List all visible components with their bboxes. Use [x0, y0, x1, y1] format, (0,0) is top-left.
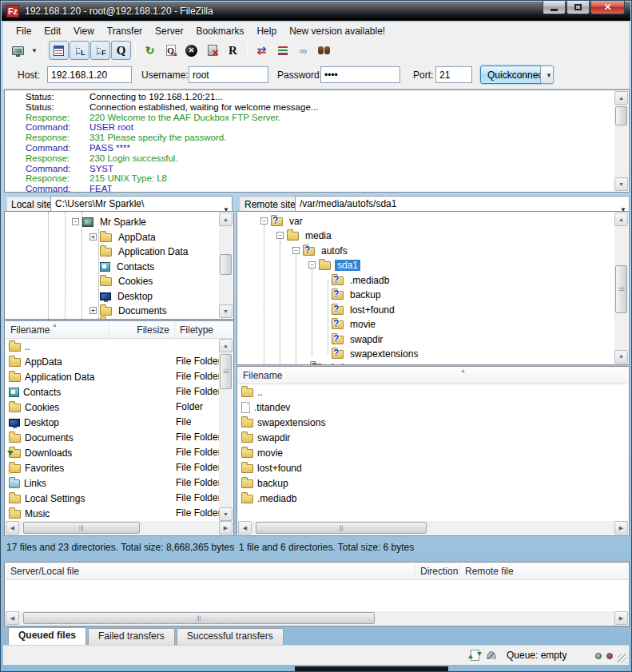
- file-row[interactable]: ..: [238, 384, 263, 400]
- username-input[interactable]: [189, 66, 268, 83]
- local-file-list-pane[interactable]: Filename ▲ Filesize Filetype .. AppDataF…: [4, 320, 234, 536]
- scroll-up-icon[interactable]: ▲: [219, 213, 233, 226]
- tree-item-swapdir[interactable]: swapdir: [238, 332, 385, 347]
- file-row[interactable]: swapextensions: [238, 415, 325, 430]
- tab-failed-transfers[interactable]: Failed transfers: [88, 628, 175, 645]
- scroll-thumb[interactable]: [220, 254, 232, 275]
- speed-limits-icon[interactable]: [487, 651, 496, 659]
- tree-item-var[interactable]: - var: [238, 213, 305, 229]
- host-input[interactable]: [47, 66, 132, 83]
- tree-item-sda1[interactable]: - sda1: [238, 257, 360, 272]
- tree-item-application-data[interactable]: Application Data: [6, 244, 190, 259]
- scroll-thumb[interactable]: [220, 354, 232, 389]
- tree-expander[interactable]: +: [89, 307, 97, 314]
- tree-item-media[interactable]: - media: [238, 228, 334, 243]
- column-filename[interactable]: Filename: [6, 322, 109, 338]
- tree-item-autofs[interactable]: - autofs: [238, 243, 350, 258]
- filename-filters-button[interactable]: [272, 41, 292, 60]
- menu-transfer[interactable]: Transfer: [101, 24, 149, 38]
- quickconnect-dropdown[interactable]: ▼: [540, 66, 554, 84]
- scroll-up-icon[interactable]: ▲: [614, 91, 628, 105]
- local-tree-pane[interactable]: - Mr Sparkle + AppData Application Data …: [4, 211, 234, 320]
- scroll-left-icon[interactable]: ◀: [6, 611, 19, 625]
- remote-tree-pane[interactable]: - var - media - autofs - sda1 .mediadb b…: [237, 211, 630, 365]
- tab-queued-files[interactable]: Queued files: [8, 627, 86, 645]
- tree-expander[interactable]: -: [72, 218, 79, 225]
- tree-item-dvd[interactable]: dvd: [238, 360, 346, 365]
- local-list-hscrollbar[interactable]: ◀ ▶: [6, 521, 233, 535]
- minimize-button[interactable]: [543, 1, 566, 14]
- menu-server[interactable]: Server: [149, 24, 189, 38]
- scroll-down-icon[interactable]: ▼: [614, 350, 628, 364]
- find-files-button[interactable]: [314, 41, 334, 60]
- scroll-thumb[interactable]: [615, 106, 627, 125]
- directory-comparison-button[interactable]: ⇄: [252, 41, 272, 60]
- tree-item-downloads[interactable]: + Downloads: [6, 315, 168, 320]
- file-row[interactable]: movie: [238, 445, 283, 460]
- scroll-thumb[interactable]: [256, 522, 427, 534]
- column-direction[interactable]: Direction: [415, 563, 460, 579]
- file-row[interactable]: .mediadb: [238, 491, 296, 506]
- menu-file[interactable]: File: [10, 24, 38, 38]
- transfer-type-icon[interactable]: [471, 650, 479, 661]
- refresh-button[interactable]: ↻: [140, 41, 160, 60]
- local-list-vscrollbar[interactable]: ▲ ▼: [219, 339, 233, 521]
- tree-item-lost-found[interactable]: lost+found: [238, 302, 397, 317]
- column-filesize[interactable]: Filesize: [109, 322, 175, 338]
- file-row[interactable]: Application DataFile Folder: [6, 369, 94, 384]
- scroll-down-icon[interactable]: ▼: [614, 177, 628, 191]
- transfer-queue-pane[interactable]: Server/Local file Direction Remote file …: [4, 562, 630, 626]
- tree-expander[interactable]: -: [260, 217, 268, 225]
- site-manager-button[interactable]: [8, 41, 28, 60]
- local-tree-vscrollbar[interactable]: ▲ ▼: [219, 213, 233, 318]
- tree-item-contacts[interactable]: Contacts: [6, 259, 157, 274]
- toggle-queue-button[interactable]: Q: [111, 41, 131, 60]
- file-row[interactable]: ..: [6, 339, 30, 354]
- titlebar[interactable]: Fz 192.168.1.20 - root@192.168.1.20 - Fi…: [2, 2, 630, 21]
- menu-bookmarks[interactable]: Bookmarks: [189, 24, 250, 38]
- tree-item-mr-sparkle[interactable]: - Mr Sparkle: [6, 214, 149, 229]
- tree-item-backup[interactable]: backup: [238, 287, 384, 302]
- tree-expander[interactable]: +: [89, 319, 97, 320]
- file-row[interactable]: .titandev: [238, 400, 290, 415]
- menu-edit[interactable]: Edit: [38, 24, 67, 38]
- remote-site-combo[interactable]: /var/media/autofs/sda1 ▼: [295, 196, 630, 213]
- disconnect-button[interactable]: ✕: [202, 41, 222, 60]
- remote-list-hscrollbar[interactable]: ◀ ▶: [238, 521, 628, 535]
- file-row[interactable]: DocumentsFile Folder: [6, 430, 74, 445]
- column-filetype[interactable]: Filetype: [175, 322, 234, 338]
- menu-help[interactable]: Help: [250, 24, 283, 38]
- menu-view[interactable]: View: [67, 24, 101, 38]
- scroll-right-icon[interactable]: ▶: [614, 521, 628, 535]
- tab-successful-transfers[interactable]: Successful transfers: [177, 628, 284, 645]
- file-row[interactable]: ContactsFile Folder: [6, 384, 61, 400]
- tree-expander[interactable]: +: [89, 233, 97, 241]
- synchronized-browsing-button[interactable]: ∞: [293, 41, 313, 60]
- local-site-combo[interactable]: C:\Users\Mr Sparkle\ ▼: [50, 196, 233, 213]
- scroll-down-icon[interactable]: ▼: [219, 304, 233, 318]
- file-row[interactable]: lost+found: [238, 460, 302, 475]
- file-row[interactable]: LinksFile Folder: [6, 475, 46, 491]
- menu-new-version[interactable]: New version available!: [283, 24, 392, 38]
- tree-item-movie[interactable]: movie: [238, 316, 378, 332]
- log-vscrollbar[interactable]: ▲ ▼: [614, 91, 628, 191]
- close-button[interactable]: ✕: [590, 1, 625, 14]
- scroll-thumb[interactable]: [23, 612, 375, 624]
- tree-item-appdata[interactable]: + AppData: [6, 229, 158, 245]
- site-manager-dropdown[interactable]: ▼: [29, 41, 40, 60]
- port-input[interactable]: [435, 66, 472, 83]
- file-row[interactable]: DownloadsFile Folder: [6, 445, 72, 460]
- cancel-button[interactable]: ✕: [181, 41, 201, 60]
- process-queue-button[interactable]: Q↘: [161, 41, 181, 60]
- tree-item-desktop[interactable]: Desktop: [6, 288, 155, 304]
- scroll-up-icon[interactable]: ▲: [614, 213, 628, 226]
- message-log[interactable]: Status:Connecting to 192.168.1.20:21... …: [4, 89, 630, 193]
- file-row[interactable]: CookiesFolder: [6, 400, 59, 415]
- tree-expander[interactable]: -: [292, 247, 300, 254]
- column-remote-file[interactable]: Remote file: [460, 563, 628, 579]
- file-row[interactable]: FavoritesFile Folder: [6, 460, 64, 475]
- tree-expander[interactable]: -: [308, 261, 316, 268]
- reconnect-button[interactable]: R: [223, 41, 243, 60]
- toggle-message-log-button[interactable]: [49, 41, 69, 60]
- password-input[interactable]: [320, 66, 400, 83]
